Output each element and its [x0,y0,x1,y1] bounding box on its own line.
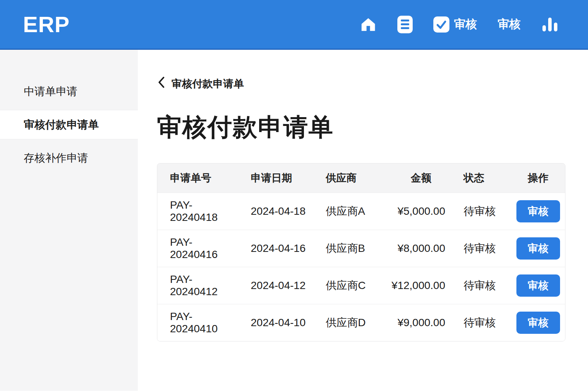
cell-status: 待审核 [457,241,511,256]
column-header: 金额 [381,171,457,185]
cell-request_no: PAY-20240410 [157,310,238,335]
table-row: PAY-202404122024-04-12供应商C¥12,000.00待审核审… [157,267,565,304]
nav-audit-check[interactable]: 审核 [433,16,477,33]
home-icon [360,16,377,33]
nav-audit[interactable]: 审核 [498,16,521,32]
cell-amount: ¥8,000.00 [381,242,457,255]
cell-supplier: 供应商D [317,315,381,330]
cell-supplier: 供应商A [317,204,381,219]
header-nav: 审核 审核 [360,16,558,33]
column-header: 操作 [511,171,565,185]
document-icon [397,16,413,33]
nav-documents[interactable] [397,16,413,33]
cell-status: 待审核 [457,204,511,219]
cell-supplier: 供应商B [317,241,381,256]
app-header: ERP 审核 审核 [0,0,588,50]
column-header: 申请单号 [157,171,238,185]
table-row: PAY-202404162024-04-16供应商B¥8,000.00待审核审核 [157,230,565,267]
checkbox-checked-icon [433,16,449,33]
breadcrumb-label: 审核付款申请单 [172,77,244,91]
table-row: PAY-202404102024-04-10供应商D¥9,000.00待审核审核 [157,304,565,341]
nav-audit-check-label: 审核 [454,16,477,32]
bar-chart-icon [541,16,558,33]
cell-action: 审核 [511,312,565,334]
cell-amount: ¥12,000.00 [381,279,457,292]
nav-home[interactable] [360,16,377,33]
table-row: PAY-202404182024-04-18供应商A¥5,000.00待审核审核 [157,193,565,230]
cell-request_no: PAY-20240416 [157,236,238,261]
cell-status: 待审核 [457,315,511,330]
app-logo: ERP [23,11,70,37]
payment-request-table: 申请单号申请日期供应商金额状态操作 PAY-202404182024-04-18… [157,163,565,341]
table-header-row: 申请单号申请日期供应商金额状态操作 [157,163,565,193]
audit-button[interactable]: 审核 [516,274,560,297]
cell-amount: ¥5,000.00 [381,205,457,217]
chevron-left-icon [157,77,165,91]
cell-request_no: PAY-20240412 [157,273,238,298]
breadcrumb[interactable]: 审核付款申请单 [157,77,588,91]
audit-button[interactable]: 审核 [516,237,560,260]
cell-status: 待审核 [457,278,511,293]
cell-supplier: 供应商C [317,278,381,293]
cell-date: 2024-04-10 [238,317,317,329]
cell-action: 审核 [511,200,565,222]
cell-action: 审核 [511,237,565,260]
table-body: PAY-202404182024-04-18供应商A¥5,000.00待审核审核… [157,193,565,341]
cell-request_no: PAY-20240418 [157,199,238,224]
audit-button[interactable]: 审核 [516,312,560,334]
cell-date: 2024-04-12 [238,279,317,292]
sidebar-item-supplementary-request[interactable]: 存核补作申请 [0,143,138,173]
sidebar: 中请单申请 审核付款申请单 存核补作申请 [0,50,138,391]
cell-action: 审核 [511,274,565,297]
cell-date: 2024-04-16 [238,242,317,255]
page-title: 审核付款申请单 [157,111,588,144]
nav-stats[interactable] [541,16,558,33]
column-header: 供应商 [317,171,381,185]
nav-audit-label: 审核 [498,16,521,32]
main-content: 审核付款申请单 审核付款申请单 申请单号申请日期供应商金额状态操作 PAY-20… [138,50,588,391]
cell-date: 2024-04-18 [238,205,317,217]
column-header: 状态 [457,171,511,185]
audit-button[interactable]: 审核 [516,200,560,222]
sidebar-item-audit-payment-request[interactable]: 审核付款申请单 [0,110,138,139]
cell-amount: ¥9,000.00 [381,317,457,329]
column-header: 申请日期 [238,171,317,185]
sidebar-item-request[interactable]: 中请单申请 [0,77,138,106]
